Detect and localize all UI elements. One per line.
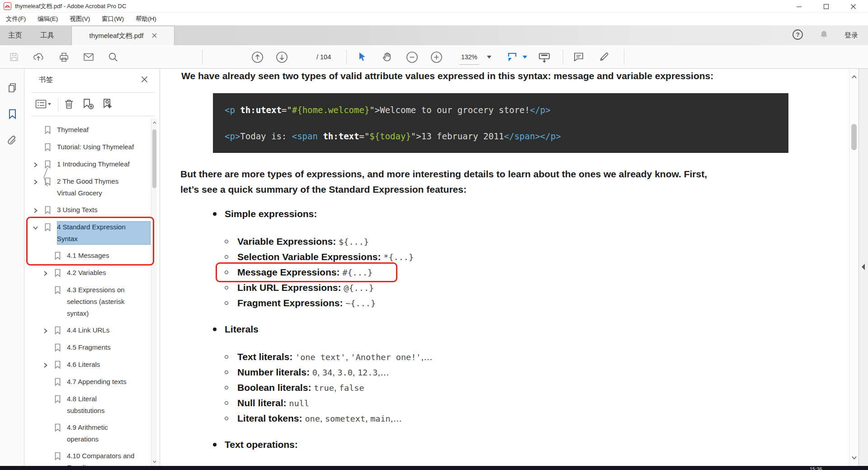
- circle-bullet-icon: [225, 301, 228, 305]
- bookmark-item[interactable]: 4.2 Variables: [24, 267, 151, 279]
- notifications-bell-icon[interactable]: [819, 29, 829, 42]
- presentation-mode-icon[interactable]: [536, 45, 553, 69]
- document-tab-close-icon[interactable]: [152, 32, 157, 40]
- bookmark-item[interactable]: Thymeleaf: [24, 124, 151, 136]
- chevron-collapsed-icon[interactable]: [42, 324, 54, 337]
- bookmark-flag-icon: [54, 359, 67, 371]
- delete-bookmark-icon[interactable]: [63, 92, 75, 116]
- bookmark-item-label: 4.9 Arithmetic operations: [67, 422, 151, 445]
- pdf-page: We have already seen two types of valid …: [160, 69, 849, 466]
- list-item: Number literals: 0, 34, 3.0, 12.3,…: [160, 365, 839, 380]
- tools-pane-strip: [859, 69, 868, 466]
- list-item: Text literals: 'one text', 'Another one!…: [160, 349, 839, 365]
- menu-item-view[interactable]: 视图(V): [64, 13, 96, 25]
- add-bookmark-icon[interactable]: [82, 92, 94, 116]
- bookmark-item[interactable]: 4.1 Messages: [24, 250, 151, 262]
- bookmark-item[interactable]: 4 Standard Expression Syntax: [24, 221, 151, 245]
- bookmark-flag-icon: [44, 141, 57, 153]
- zoom-dropdown-caret-icon[interactable]: [485, 45, 494, 69]
- bookmark-options-icon[interactable]: [35, 92, 52, 116]
- menu-item-edit[interactable]: 编辑(E): [32, 13, 64, 25]
- menu-item-window[interactable]: 窗口(W): [96, 13, 130, 25]
- list-item-value: true: [314, 383, 334, 393]
- svg-text:?: ?: [796, 31, 799, 38]
- list-item-value: #{...}: [342, 268, 373, 277]
- zoom-out-icon[interactable]: [404, 45, 420, 69]
- bookmark-item[interactable]: 4.6 Literals: [24, 359, 151, 371]
- bookmark-item[interactable]: 4.9 Arithmetic operations: [24, 422, 151, 445]
- attachments-icon[interactable]: [0, 131, 24, 149]
- close-button[interactable]: [846, 1, 860, 12]
- highlighter-pen-icon[interactable]: [596, 45, 612, 69]
- menu-item-file[interactable]: 文件(F): [0, 13, 32, 25]
- list-item-label: Text literals:: [237, 351, 295, 362]
- search-icon[interactable]: [105, 45, 121, 69]
- page-fit-mode-icon[interactable]: [505, 45, 520, 69]
- bookmark-item[interactable]: 4.7 Appending texts: [24, 376, 151, 388]
- document-tab[interactable]: thymeleaf文档.pdf: [71, 26, 175, 45]
- document-scrollbar[interactable]: [849, 69, 858, 466]
- bookmarks-panel-icon[interactable]: [0, 105, 24, 123]
- page-fit-caret-icon[interactable]: [521, 45, 529, 69]
- bookmarks-close-icon[interactable]: [141, 76, 148, 85]
- minimize-button[interactable]: [792, 1, 806, 12]
- list-item: Link URL Expressions: @{...}: [160, 280, 839, 295]
- tab-home[interactable]: 主页: [8, 25, 22, 45]
- list-section-title-text: Text operations:: [225, 439, 298, 450]
- list-item: Boolean literals: true, false: [160, 380, 839, 395]
- list-item: Fragment Expressions: ~{...}: [160, 295, 839, 311]
- chevron-collapsed-icon[interactable]: [42, 359, 54, 371]
- bookmark-item[interactable]: 4.10 Comparators and Equality: [24, 450, 151, 466]
- circle-bullet-icon: [225, 386, 228, 389]
- bookmark-item[interactable]: 4.8 Literal substitutions: [24, 393, 151, 417]
- zoom-in-icon[interactable]: [429, 45, 444, 69]
- next-page-icon[interactable]: [274, 45, 289, 69]
- sign-in-button[interactable]: 登录: [844, 31, 858, 40]
- menu-item-help[interactable]: 帮助(H): [130, 13, 162, 25]
- comment-icon[interactable]: [571, 45, 586, 69]
- chevron-collapsed-icon[interactable]: [42, 267, 54, 279]
- panel-splitter-chevron-icon[interactable]: [42, 167, 49, 189]
- select-tool-icon[interactable]: [354, 45, 370, 69]
- chevron-collapsed-icon[interactable]: [33, 204, 44, 216]
- bookmarks-scrollbar[interactable]: [151, 119, 157, 466]
- tab-tools[interactable]: 工具: [40, 25, 54, 45]
- code-token: th:utext: [240, 105, 282, 115]
- taskbar-clock: 15:36: [810, 466, 822, 470]
- bookmarks-scrollbar-thumb[interactable]: [152, 129, 156, 188]
- cloud-upload-icon[interactable]: [31, 45, 46, 69]
- list-item-value: sometext: [325, 414, 365, 423]
- list-item-value: ,: [334, 383, 339, 393]
- list-item-value: ,: [353, 367, 358, 377]
- document-scrollbar-thumb[interactable]: [851, 124, 857, 150]
- email-icon[interactable]: [81, 45, 96, 69]
- bookmark-item-label: 4 Standard Expression Syntax: [57, 221, 151, 245]
- bookmark-item[interactable]: Tutorial: Using Thymeleaf: [24, 141, 151, 153]
- list-item-value: *{...}: [383, 252, 414, 262]
- hand-tool-icon[interactable]: [379, 45, 395, 69]
- bookmark-item[interactable]: 4.4 Link URLs: [24, 324, 151, 337]
- page-thumbnails-icon[interactable]: [0, 79, 24, 97]
- bookmark-item[interactable]: 4.3 Expressions on selections (asterisk …: [24, 284, 151, 319]
- help-icon[interactable]: ?: [792, 29, 803, 42]
- bookmarks-panel: 书签 ThymeleafTutori: [24, 69, 160, 466]
- list-item-value: main: [370, 414, 391, 423]
- zoom-level-field[interactable]: 132%: [459, 49, 479, 65]
- locate-bookmark-icon[interactable]: [102, 92, 114, 116]
- windows-taskbar[interactable]: 15:36: [0, 466, 868, 470]
- list-item: Selection Variable Expressions: *{...}: [160, 249, 839, 265]
- maximize-button[interactable]: [819, 1, 833, 12]
- previous-page-icon[interactable]: [250, 45, 265, 69]
- print-icon[interactable]: [56, 45, 71, 69]
- chevron-spacer: [42, 450, 54, 466]
- code-token: <p>: [225, 131, 240, 141]
- expand-tools-arrow-icon[interactable]: [861, 263, 865, 272]
- chevron-expanded-icon[interactable]: [33, 221, 44, 245]
- list-item-value: ,…: [391, 413, 402, 423]
- bookmark-item[interactable]: 3 Using Texts: [24, 204, 151, 216]
- save-icon[interactable]: [6, 45, 22, 69]
- bookmark-item-label: 4.10 Comparators and Equality: [67, 450, 151, 466]
- list-item-label: Selection Variable Expressions:: [237, 252, 383, 262]
- list-item: Variable Expressions: ${...}: [160, 234, 839, 249]
- bookmark-item[interactable]: 4.5 Fragments: [24, 342, 151, 354]
